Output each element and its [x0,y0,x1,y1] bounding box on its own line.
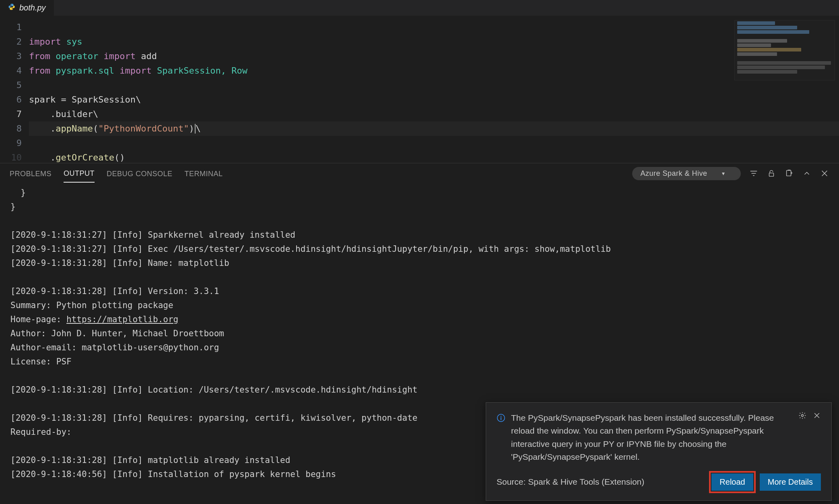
output-line [10,369,829,383]
editor-tab-label: both.py [19,3,46,12]
line-number: 8 [0,121,22,136]
output-line: [2020-9-1:18:31:28] [Info] Location: /Us… [10,383,829,397]
notification-toast: The PySpark/SynapsePyspark has been inst… [486,402,832,501]
output-line: Author: John D. Hunter, Michael Droettbo… [10,327,829,341]
output-line [10,270,829,284]
svg-point-3 [501,416,501,417]
output-line: [2020-9-1:18:31:28] [Info] Version: 3.3.… [10,284,829,298]
output-line: [2020-9-1:18:31:28] [Info] Name: matplot… [10,256,829,270]
panel-actions: Azure Spark & Hive ▾ [632,167,829,180]
chevron-down-icon: ▾ [722,170,725,177]
lock-icon[interactable] [767,169,776,178]
more-details-button[interactable]: More Details [760,473,821,491]
output-line: Home-page: https://matplotlib.org [10,313,829,327]
notification-message: The PySpark/SynapsePyspark has been inst… [511,411,793,464]
code-editor[interactable]: 1 2 3 4 5 6 7 8 9 10 import sys from ope… [0,16,839,163]
gear-icon[interactable] [798,411,806,420]
svg-rect-0 [769,173,774,176]
line-number-gutter: 1 2 3 4 5 6 7 8 9 10 [0,16,29,163]
notification-source: Source: Spark & Hive Tools (Extension) [497,475,644,489]
editor-tab[interactable]: both.py [0,0,54,16]
filter-icon[interactable] [749,169,759,178]
python-icon [8,3,15,12]
line-number: 2 [0,35,22,49]
svg-point-5 [802,414,804,416]
output-line: [2020-9-1:18:31:27] [Info] Exec /Users/t… [10,242,829,256]
line-number: 3 [0,49,22,64]
tab-output[interactable]: OUTPUT [64,165,95,183]
panel-tab-bar: PROBLEMS OUTPUT DEBUG CONSOLE TERMINAL A… [0,163,839,183]
output-line: } [10,200,829,214]
chevron-up-icon[interactable] [802,169,812,178]
output-channel-label: Azure Spark & Hive [640,169,707,178]
code-area[interactable]: import sys from operator import add from… [29,16,839,163]
output-line [10,214,829,228]
output-line: License: PSF [10,355,829,369]
tab-debug-console[interactable]: DEBUG CONSOLE [107,165,173,182]
close-icon[interactable] [820,169,829,178]
line-number: 5 [0,78,22,93]
minimap[interactable] [734,20,835,80]
close-icon[interactable] [813,411,821,420]
editor-tab-bar: both.py [0,0,839,16]
tab-problems[interactable]: PROBLEMS [10,165,52,182]
line-number: 9 [0,136,22,150]
svg-rect-1 [787,171,791,176]
line-number: 1 [0,20,22,35]
line-number: 6 [0,93,22,107]
tab-terminal[interactable]: TERMINAL [185,165,223,182]
line-number: 4 [0,64,22,78]
output-link[interactable]: https://matplotlib.org [66,315,178,324]
reload-button[interactable]: Reload [711,473,753,491]
output-line: Summary: Python plotting package [10,298,829,313]
svg-rect-4 [501,417,501,420]
line-number: 10 [0,150,22,165]
output-line: Author-email: matplotlib-users@python.or… [10,341,829,355]
clear-icon[interactable] [784,169,794,178]
output-channel-select[interactable]: Azure Spark & Hive ▾ [632,167,741,180]
info-icon [497,413,505,422]
line-number: 7 [0,107,22,121]
output-line: [2020-9-1:18:31:27] [Info] Sparkkernel a… [10,228,829,242]
output-line: } [10,186,829,200]
